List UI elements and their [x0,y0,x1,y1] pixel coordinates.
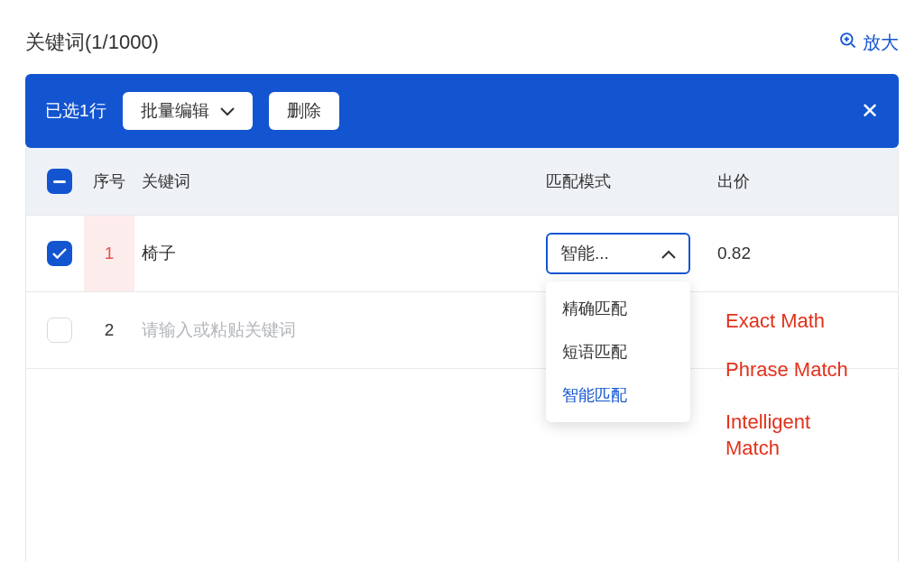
keywords-table: 序号 关键词 匹配模式 出价 1 智能... 精确匹配 短语匹配 [25,148,899,562]
chevron-up-icon [661,244,676,263]
row-index: 2 [84,292,134,368]
column-bid: 出价 [717,170,889,192]
row-checkbox[interactable] [47,241,72,266]
column-match-mode: 匹配模式 [546,170,717,192]
column-index: 序号 [84,170,134,192]
keyword-input[interactable] [142,320,546,340]
batch-edit-button[interactable]: 批量编辑 [123,92,253,130]
table-row: 2 [26,291,898,368]
delete-label: 删除 [287,99,321,123]
row-keyword-cell [134,244,546,263]
match-mode-select[interactable]: 智能... [546,233,690,274]
row-keyword-cell [134,320,546,340]
header-row: 关键词(1/1000) 放大 [0,0,924,74]
row-checkbox[interactable] [47,318,72,343]
selected-count-text: 已选1行 [45,99,106,123]
table-empty-area [26,368,898,562]
row-bid-value: 0.82 [717,244,751,263]
action-bar: 已选1行 批量编辑 删除 ✕ [25,74,899,148]
delete-button[interactable]: 删除 [269,92,339,130]
match-mode-option-exact[interactable]: 精确匹配 [546,287,690,330]
table-row: 1 智能... 精确匹配 短语匹配 智能匹配 0.82 [26,215,898,291]
match-mode-selected-label: 智能... [560,242,609,265]
magnify-plus-icon [839,32,857,54]
batch-edit-label: 批量编辑 [141,99,209,123]
enlarge-label: 放大 [863,31,899,55]
chevron-down-icon [220,101,235,121]
keyword-input[interactable] [142,244,546,263]
row-index: 1 [84,216,134,291]
column-keyword: 关键词 [134,170,546,192]
row-bid-cell: 0.82 [717,244,889,263]
row-mode-cell: 智能... 精确匹配 短语匹配 智能匹配 [546,233,717,274]
match-mode-dropdown: 精确匹配 短语匹配 智能匹配 [546,281,690,422]
enlarge-button[interactable]: 放大 [839,31,899,55]
select-all-checkbox[interactable] [47,169,72,194]
match-mode-option-phrase[interactable]: 短语匹配 [546,330,690,373]
table-header: 序号 关键词 匹配模式 出价 [26,148,898,215]
page-title: 关键词(1/1000) [25,29,159,56]
match-mode-option-intelligent[interactable]: 智能匹配 [546,373,690,417]
close-icon[interactable]: ✕ [861,100,879,122]
svg-line-1 [852,43,855,47]
